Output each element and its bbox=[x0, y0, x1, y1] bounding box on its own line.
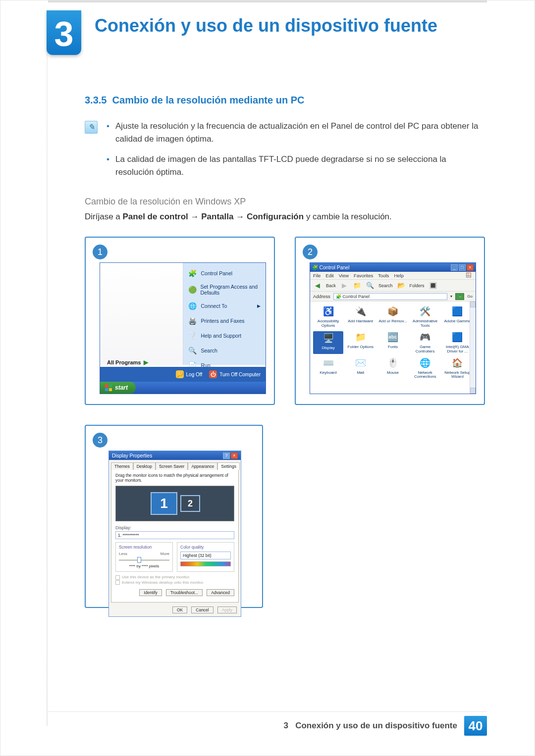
display-select[interactable]: 1. ********** bbox=[115, 531, 234, 539]
cp-item-label: Fonts bbox=[377, 345, 408, 350]
troubleshoot-button[interactable]: Troubleshoot... bbox=[166, 589, 203, 596]
start-menu-item[interactable]: 🖨️Printers and Faxes bbox=[183, 313, 266, 328]
tab-appearance[interactable]: Appearance bbox=[188, 462, 217, 470]
color-quality-select[interactable]: Highest (32 bit) bbox=[180, 552, 231, 559]
tab-settings[interactable]: Settings bbox=[217, 462, 240, 470]
tab-desktop[interactable]: Desktop bbox=[133, 462, 156, 470]
footer-rule bbox=[48, 711, 487, 712]
search-icon[interactable]: 🔍 bbox=[366, 281, 374, 290]
start-menu-footer: 🔑Log Off ⏻Turn Off Computer bbox=[100, 367, 266, 382]
cp-item-icon: 🎮 bbox=[419, 331, 431, 344]
extend-desktop-checkbox[interactable] bbox=[115, 580, 120, 585]
monitor-1-icon[interactable]: 1 bbox=[151, 492, 177, 515]
menu-item[interactable]: Help bbox=[394, 273, 404, 278]
menu-item[interactable]: View bbox=[339, 273, 349, 278]
dropdown-icon[interactable]: ▾ bbox=[450, 294, 452, 299]
go-button[interactable]: → bbox=[455, 293, 464, 300]
help-button[interactable]: ? bbox=[223, 453, 230, 459]
control-panel-item[interactable]: 🖥️Display bbox=[313, 331, 343, 354]
back-icon[interactable]: ◀ bbox=[313, 281, 322, 290]
address-field[interactable]: 🧩 Control Panel bbox=[333, 293, 447, 300]
start-menu-item[interactable]: 🌐Connect To▶ bbox=[183, 299, 266, 313]
control-panel-item[interactable]: 🖱️Mouse bbox=[377, 357, 408, 380]
minimize-button[interactable]: _ bbox=[451, 264, 458, 271]
start-menu-label: Control Panel bbox=[201, 270, 233, 276]
menu-item[interactable]: Tools bbox=[378, 273, 389, 278]
log-off-button[interactable]: 🔑Log Off bbox=[176, 370, 203, 378]
views-icon[interactable]: 🔳 bbox=[428, 281, 437, 290]
control-panel-item[interactable]: 🏠Network Setup Wizard bbox=[442, 357, 473, 380]
primary-monitor-checkbox[interactable] bbox=[115, 575, 120, 580]
control-panel-item[interactable]: 📦Add or Remov... bbox=[377, 305, 408, 328]
menu-item[interactable]: Edit bbox=[325, 273, 333, 278]
up-icon[interactable]: 📁 bbox=[353, 281, 362, 290]
arrow-icon: → bbox=[236, 212, 247, 221]
back-label: Back bbox=[326, 283, 336, 288]
apply-button[interactable]: Apply bbox=[217, 606, 237, 613]
cancel-button[interactable]: Cancel bbox=[191, 606, 213, 613]
note-icon: ✎ bbox=[85, 121, 98, 134]
chapter-number-badge: 3 bbox=[47, 10, 81, 55]
help-text: Drag the monitor icons to match the phys… bbox=[115, 473, 234, 483]
note-item: Ajuste la resolución y la frecuencia de … bbox=[107, 120, 485, 146]
maximize-button[interactable]: □ bbox=[459, 264, 466, 271]
printers-icon: 🖨️ bbox=[188, 316, 197, 325]
start-menu-label: Connect To bbox=[201, 303, 227, 309]
tab-themes[interactable]: Themes bbox=[111, 462, 133, 470]
step-badge: 2 bbox=[303, 245, 318, 259]
control-panel-item[interactable]: 🔤Fonts bbox=[377, 331, 408, 354]
note-item: La calidad de imagen de las pantallas TF… bbox=[107, 153, 485, 179]
arrow-right-icon: ▶ bbox=[144, 359, 148, 366]
cp-item-label: Display bbox=[313, 346, 343, 351]
control-panel-item[interactable]: ✉️Mail bbox=[345, 357, 375, 380]
control-panel-item[interactable]: 🎮Game Controllers bbox=[410, 331, 440, 354]
res-less: Less bbox=[119, 552, 127, 556]
forward-icon[interactable]: ▶ bbox=[340, 281, 349, 290]
control-panel-item[interactable]: 🔌Add Hardware bbox=[345, 305, 375, 328]
control-panel-item[interactable]: 📁Folder Options bbox=[345, 331, 375, 354]
control-panel-item[interactable]: ♿Accessibility Options bbox=[313, 305, 343, 328]
control-panel-item[interactable]: 🛠️Administrative Tools bbox=[410, 305, 440, 328]
cp-item-icon: 🔤 bbox=[386, 331, 399, 344]
start-menu-item[interactable]: 🟢Set Program Access and Defaults bbox=[183, 281, 266, 299]
resolution-value: **** by **** pixels bbox=[119, 564, 169, 568]
menu-item[interactable]: Favorites bbox=[354, 273, 373, 278]
close-button[interactable]: × bbox=[231, 453, 238, 459]
breadcrumb-2: Pantalla bbox=[201, 212, 233, 221]
start-menu-item[interactable]: 🔍Search bbox=[183, 343, 266, 358]
cp-item-label: Network Setup Wizard bbox=[442, 371, 473, 380]
scrollbar[interactable] bbox=[470, 302, 476, 394]
identify-button[interactable]: Identify bbox=[139, 589, 161, 596]
checkbox-label: Extend my Windows desktop onto this moni… bbox=[122, 580, 204, 585]
ok-button[interactable]: OK bbox=[172, 606, 187, 613]
turn-off-button[interactable]: ⏻Turn Off Computer bbox=[209, 370, 261, 378]
monitor-2-icon[interactable]: 2 bbox=[180, 495, 200, 512]
cp-item-label: Mail bbox=[345, 371, 375, 375]
control-panel-item[interactable]: 🌐Network Connections bbox=[410, 357, 440, 380]
breadcrumb-1: Panel de control bbox=[123, 212, 188, 221]
screenshot-frame-3: 3 Display Properties ? × Themes Desktop … bbox=[85, 425, 263, 608]
close-button[interactable]: × bbox=[467, 264, 474, 271]
monitor-arrangement[interactable]: 1 2 bbox=[115, 486, 234, 521]
folders-icon[interactable]: 📂 bbox=[397, 281, 406, 290]
logoff-label: Log Off bbox=[186, 372, 203, 377]
control-panel-item[interactable]: ⌨️Keyboard bbox=[313, 357, 343, 380]
tab-body: Drag the monitor icons to match the phys… bbox=[111, 469, 239, 603]
cp-item-icon: 🖱️ bbox=[386, 357, 399, 370]
start-button[interactable]: start bbox=[100, 382, 136, 394]
control-panel-item[interactable]: 🟦Intel(R) GMA Driver for ... bbox=[442, 331, 473, 354]
display-label: Display: bbox=[115, 525, 234, 530]
start-menu: 🧩Control Panel 🟢Set Program Access and D… bbox=[100, 262, 266, 394]
footer-chapter-title: Conexión y uso de un dispositivo fuente bbox=[295, 721, 457, 730]
control-panel-item[interactable]: 🟦Adobe Gamma bbox=[442, 305, 473, 328]
tab-screensaver[interactable]: Screen Saver bbox=[156, 462, 188, 470]
advanced-button[interactable]: Advanced bbox=[207, 589, 234, 596]
resolution-heading: Screen resolution bbox=[119, 545, 169, 550]
all-programs-button[interactable]: All Programs ▶ bbox=[107, 359, 148, 366]
checkbox-label: Use this device as the primary monitor. bbox=[122, 575, 190, 580]
resolution-slider[interactable] bbox=[119, 558, 169, 562]
start-menu-item[interactable]: 🧩Control Panel bbox=[183, 266, 266, 281]
start-menu-item[interactable]: ❔Help and Support bbox=[183, 328, 266, 343]
menu-item[interactable]: File bbox=[313, 273, 321, 278]
cp-item-icon: 🏠 bbox=[451, 357, 464, 370]
